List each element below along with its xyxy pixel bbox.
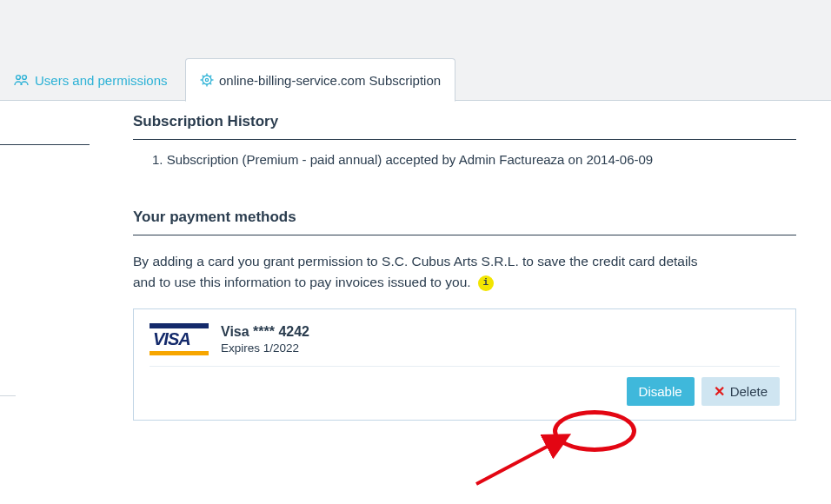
disable-button[interactable]: Disable: [627, 377, 695, 406]
tab-users-permissions[interactable]: Users and permissions: [0, 58, 182, 102]
delete-button[interactable]: ✕ Delete: [701, 377, 780, 406]
svg-line-8: [203, 76, 204, 77]
card-row: VISA Visa **** 4242 Expires 1/2022: [150, 323, 780, 367]
payment-methods-description: By adding a card you grant permission to…: [133, 251, 796, 293]
history-item: 1. Subscription (Premium - paid annual) …: [133, 140, 796, 167]
svg-point-1: [23, 76, 27, 80]
svg-point-3: [205, 78, 208, 81]
close-icon: ✕: [714, 383, 725, 400]
tab-label: online-billing-service.com Subscription: [219, 73, 441, 88]
tab-label: Users and permissions: [35, 73, 168, 88]
tab-subscription[interactable]: online-billing-service.com Subscription: [185, 58, 455, 102]
annotation-arrow: [469, 430, 591, 491]
svg-line-11: [203, 83, 204, 85]
desc-line: By adding a card you grant permission to…: [133, 254, 698, 269]
decorative-rule: [0, 395, 16, 396]
payment-methods-heading: Your payment methods: [133, 209, 796, 235]
svg-line-10: [210, 76, 212, 77]
users-icon: [14, 74, 30, 86]
button-label: Disable: [639, 384, 682, 399]
main-content: Subscription History 1. Subscription (Pr…: [133, 113, 796, 421]
gear-icon: [200, 73, 214, 87]
info-icon[interactable]: i: [478, 275, 494, 291]
card-expires: Expires 1/2022: [221, 342, 309, 355]
desc-line: and to use this information to pay invoi…: [133, 275, 471, 289]
button-label: Delete: [730, 384, 768, 399]
visa-logo-text: VISA: [150, 328, 209, 351]
subscription-history-heading: Subscription History: [133, 113, 796, 140]
payment-card-panel: VISA Visa **** 4242 Expires 1/2022 Disab…: [133, 308, 796, 421]
tab-bar: Users and permissions online-billing-ser…: [0, 57, 831, 101]
svg-line-9: [210, 83, 212, 85]
visa-logo: VISA: [150, 323, 209, 355]
card-actions: Disable ✕ Delete: [150, 377, 780, 406]
card-name: Visa **** 4242: [221, 324, 309, 340]
decorative-rule: [0, 144, 90, 145]
svg-point-0: [17, 76, 21, 80]
top-bar: [0, 0, 831, 59]
card-info: Visa **** 4242 Expires 1/2022: [221, 324, 309, 355]
